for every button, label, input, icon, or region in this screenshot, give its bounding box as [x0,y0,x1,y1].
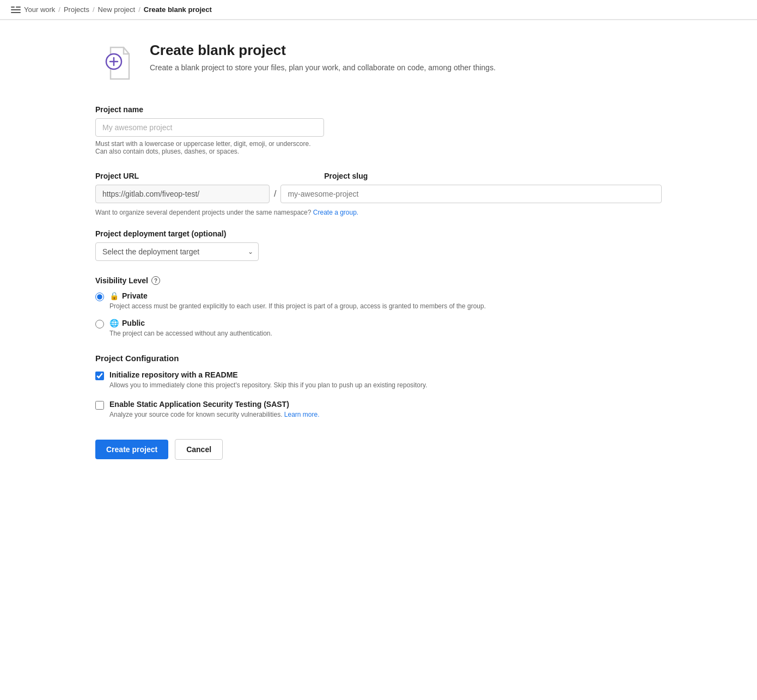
enable-sast-text: Enable Static Application Security Testi… [109,400,320,419]
visibility-public-radio[interactable] [95,320,104,328]
url-label-row: Project URL Project slug [95,172,662,180]
visibility-public-text: 🌐 Public The project can be accessed wit… [109,319,272,338]
form-actions: Create project Cancel [95,439,662,460]
url-separator: / [274,189,276,199]
deployment-label: Project deployment target (optional) [95,229,662,238]
page-icon [95,42,139,86]
svg-rect-3 [16,7,21,8]
project-name-hint: Must start with a lowercase or uppercase… [95,140,324,155]
project-url-input[interactable] [95,185,270,203]
breadcrumb-projects[interactable]: Projects [64,5,89,14]
url-section: Project URL Project slug / Want to organ… [95,172,662,216]
visibility-private-desc: Project access must be granted explicitl… [109,301,486,311]
project-slug-input[interactable] [280,185,662,203]
project-name-label: Project name [95,105,324,114]
page-header-text: Create blank project Create a blank proj… [150,42,496,72]
visibility-section: Visibility Level ? 🔒 Private Project acc… [95,276,662,338]
project-slug-label: Project slug [324,172,368,180]
breadcrumb-sep-2: / [93,5,95,14]
visibility-private-text: 🔒 Private Project access must be granted… [109,291,486,311]
init-readme-label: Initialize repository with a README [109,370,427,379]
project-url-label: Project URL [95,172,139,180]
sast-learn-more-link[interactable]: Learn more. [284,411,320,418]
create-group-link[interactable]: Create a group. [313,209,358,216]
visibility-public-option: 🌐 Public The project can be accessed wit… [95,319,662,338]
breadcrumb-new-project[interactable]: New project [98,5,136,14]
cancel-button[interactable]: Cancel [175,439,223,460]
enable-sast-option: Enable Static Application Security Testi… [95,400,662,419]
breadcrumb: Your work / Projects / New project / Cre… [0,0,757,20]
visibility-public-label: 🌐 Public [109,319,272,327]
svg-rect-0 [11,7,15,8]
init-readme-desc: Allows you to immediately clone this pro… [109,380,427,390]
main-content: Create blank project Create a blank proj… [79,20,678,482]
svg-rect-1 [11,9,21,10]
visibility-help-icon[interactable]: ? [151,276,160,285]
init-readme-text: Initialize repository with a README Allo… [109,370,427,390]
create-group-hint: Want to organize several dependent proje… [95,209,662,216]
init-readme-checkbox[interactable] [95,372,104,380]
project-name-section: Project name Must start with a lowercase… [95,105,324,155]
enable-sast-desc: Analyze your source code for known secur… [109,410,320,419]
visibility-private-radio[interactable] [95,293,104,301]
enable-sast-label: Enable Static Application Security Testi… [109,400,320,409]
visibility-private-option: 🔒 Private Project access must be granted… [95,291,662,311]
globe-icon: 🌐 [109,319,119,327]
visibility-label-text: Visibility Level [95,276,148,285]
page-header: Create blank project Create a blank proj… [95,42,662,86]
visibility-public-desc: The project can be accessed without any … [109,328,272,338]
deployment-select-wrapper: Select the deployment target ⌄ [95,242,259,261]
breadcrumb-your-work[interactable]: Your work [24,5,55,14]
config-title: Project Configuration [95,354,662,363]
breadcrumb-sep-3: / [138,5,141,14]
enable-sast-checkbox[interactable] [95,401,104,410]
create-project-button[interactable]: Create project [95,440,168,459]
init-readme-option: Initialize repository with a README Allo… [95,370,662,390]
project-url-row: / [95,185,662,203]
deployment-select[interactable]: Select the deployment target [95,242,259,261]
breadcrumb-sep-1: / [58,5,60,14]
svg-rect-2 [11,12,21,13]
sidebar-toggle-icon [11,6,21,14]
lock-icon: 🔒 [109,291,119,300]
visibility-private-label: 🔒 Private [109,291,486,300]
deployment-section: Project deployment target (optional) Sel… [95,229,662,261]
breadcrumb-current: Create blank project [144,5,212,14]
project-name-input[interactable] [95,118,324,137]
visibility-title: Visibility Level ? [95,276,662,285]
page-title: Create blank project [150,42,496,59]
page-subtitle: Create a blank project to store your fil… [150,63,496,72]
project-config-section: Project Configuration Initialize reposit… [95,354,662,419]
